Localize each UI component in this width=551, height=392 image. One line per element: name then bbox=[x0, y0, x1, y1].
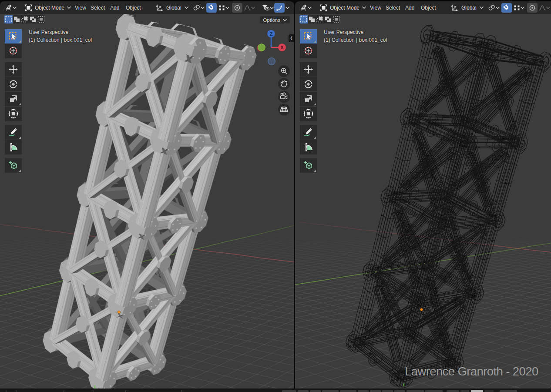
svg-text:X: X bbox=[280, 45, 284, 50]
svg-text:Z: Z bbox=[270, 31, 273, 37]
